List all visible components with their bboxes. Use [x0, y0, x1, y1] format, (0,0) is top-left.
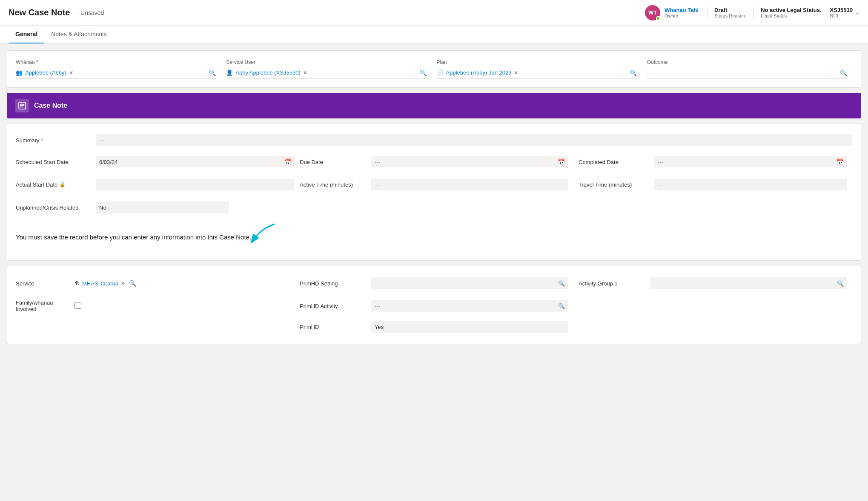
- service-user-search-icon[interactable]: 🔍: [419, 69, 427, 76]
- warning-row: You must save the record before you can …: [16, 222, 852, 252]
- service-user-field-value[interactable]: 👤 Abby Applebee (XSJ5530) ✕ 🔍: [226, 67, 426, 79]
- plan-lookup-icon: 📄: [437, 69, 444, 76]
- service-value[interactable]: 🛠 MHAS Tararua ✕ 🔍: [74, 280, 295, 287]
- plan-value-link[interactable]: Applebee (Abby) Jan 2023: [446, 69, 512, 76]
- summary-label: Summary *: [16, 137, 92, 144]
- actual-start-date-input[interactable]: [96, 179, 295, 190]
- online-dot: [656, 16, 660, 20]
- primhd-activity-field: PrimHD Activity --- 🔍: [295, 297, 573, 315]
- primhd-setting-value[interactable]: --- 🔍: [371, 277, 568, 289]
- unplanned-value[interactable]: No: [96, 202, 229, 213]
- family-checkbox[interactable]: [74, 302, 295, 310]
- outcome-search-icon[interactable]: 🔍: [840, 69, 847, 76]
- date-row: Scheduled Start Date 6/03/24 📅 Due Date …: [16, 154, 852, 170]
- service-remove-button[interactable]: ✕: [121, 281, 125, 286]
- plan-field-value[interactable]: 📄 Applebee (Abby) Jan 2023 ✕ 🔍: [437, 67, 637, 79]
- service-user-field-group: Service User 👤 Abby Applebee (XSJ5530) ✕…: [221, 59, 431, 79]
- outcome-label: Outcome: [647, 59, 847, 65]
- primhd-activity-search-icon[interactable]: 🔍: [558, 303, 565, 309]
- primhd-activity-label: PrimHD Activity: [300, 303, 368, 309]
- tab-general[interactable]: General: [9, 26, 44, 43]
- plan-label: Plan: [437, 59, 637, 65]
- travel-time-field: Travel Time (minutes) ---: [573, 176, 852, 193]
- active-time-field: Active Time (minutes) ---: [295, 176, 573, 193]
- tabs-bar: General Notes & Attachments: [0, 26, 868, 43]
- whanau-field-value[interactable]: 👥 Applebee (Abby) ✕ 🔍: [16, 67, 216, 79]
- due-date-input[interactable]: --- 📅: [371, 156, 568, 167]
- primhd-setting-label: PrimHD Setting: [300, 280, 368, 287]
- status-value: Draft: [714, 7, 745, 13]
- whanau-search-icon[interactable]: 🔍: [209, 69, 216, 76]
- plan-remove-button[interactable]: ✕: [514, 70, 518, 76]
- primhd-setting-field: PrimHD Setting --- 🔍: [295, 275, 573, 292]
- travel-time-value[interactable]: ---: [654, 179, 847, 190]
- primhd-value[interactable]: Yes: [371, 321, 568, 333]
- chevron-down-icon[interactable]: ⌄: [855, 10, 859, 16]
- primhd-setting-search-icon[interactable]: 🔍: [558, 280, 565, 287]
- avatar-initials: WT: [648, 9, 657, 16]
- active-time-label: Active Time (minutes): [300, 181, 368, 188]
- top-fields-card: Whānau * 👥 Applebee (Abby) ✕ 🔍 Service U…: [7, 50, 861, 88]
- fields-row: Whānau * 👥 Applebee (Abby) ✕ 🔍 Service U…: [16, 59, 852, 79]
- whanau-value-link[interactable]: Applebee (Abby): [25, 69, 66, 76]
- plan-field-group: Plan 📄 Applebee (Abby) Jan 2023 ✕ 🔍: [432, 59, 642, 79]
- status-label: Status Reason: [714, 13, 745, 18]
- top-bar-left: New Case Note - Unsaved: [9, 8, 104, 17]
- unsaved-label: - Unsaved: [77, 9, 104, 16]
- warning-text: You must save the record before you can …: [16, 233, 251, 241]
- completed-date-calendar-icon[interactable]: 📅: [836, 158, 844, 165]
- activity-group-search-icon[interactable]: 🔍: [837, 280, 844, 287]
- legal-status-block: No active Legal Status. Legal Status: [753, 7, 821, 18]
- owner-label: Owner: [665, 13, 699, 18]
- unplanned-field: Unplanned/Crisis Related No: [16, 199, 229, 216]
- completed-date-field: Completed Date --- 📅: [573, 154, 852, 170]
- legal-status-value: No active Legal Status.: [761, 7, 821, 13]
- owner-block: WT Whanau Tahi Owner: [645, 5, 699, 20]
- due-date-calendar-icon[interactable]: 📅: [558, 158, 565, 165]
- actual-start-date-label: Actual Start Date 🔒: [16, 181, 92, 188]
- service-lookup-icon: 🛠: [74, 280, 80, 286]
- owner-info: Whanau Tahi Owner: [665, 7, 699, 18]
- completed-date-input[interactable]: --- 📅: [654, 156, 847, 167]
- scheduled-start-date-field: Scheduled Start Date 6/03/24 📅: [16, 154, 295, 170]
- service-search-icon[interactable]: 🔍: [129, 280, 136, 287]
- lock-icon: 🔒: [59, 181, 66, 187]
- case-note-header-label: Case Note: [34, 102, 67, 109]
- nhi-value: XSJ5530: [830, 7, 853, 13]
- service-user-value-link[interactable]: Abby Applebee (XSJ5530): [235, 69, 301, 76]
- outcome-field-value[interactable]: --- 🔍: [647, 67, 847, 79]
- primhd-activity-value[interactable]: --- 🔍: [371, 300, 568, 312]
- family-label: Family/whānau Involved: [16, 299, 71, 312]
- activity-group-value[interactable]: --- 🔍: [650, 277, 847, 289]
- owner-name: Whanau Tahi: [665, 7, 699, 13]
- main-content: Whānau * 👥 Applebee (Abby) ✕ 🔍 Service U…: [0, 43, 868, 351]
- whanau-remove-button[interactable]: ✕: [69, 70, 73, 76]
- primhd-field: PrimHD Yes: [295, 318, 573, 335]
- outcome-value: ---: [647, 69, 653, 76]
- case-note-header-bar: Case Note: [7, 93, 861, 118]
- scheduled-start-date-input[interactable]: 6/03/24 📅: [96, 156, 295, 167]
- activity-group-label: Activity Group 1: [579, 280, 647, 287]
- summary-input[interactable]: ---: [96, 134, 852, 146]
- tab-notes-attachments[interactable]: Notes & Attachments: [44, 26, 114, 43]
- service-user-remove-button[interactable]: ✕: [303, 70, 307, 76]
- active-time-value[interactable]: ---: [371, 179, 568, 190]
- service-field: Service 🛠 MHAS Tararua ✕ 🔍: [16, 275, 295, 292]
- plan-search-icon[interactable]: 🔍: [630, 69, 637, 76]
- scheduled-start-date-calendar-icon[interactable]: 📅: [284, 158, 291, 165]
- empty-col3: [573, 318, 852, 335]
- scheduled-start-date-value: 6/03/24: [99, 159, 117, 165]
- primhd-label: PrimHD: [300, 324, 368, 330]
- whanau-lookup-icon: 👥: [16, 69, 23, 76]
- service-card: Service 🛠 MHAS Tararua ✕ 🔍 PrimHD Settin…: [7, 266, 861, 344]
- family-checkbox-input[interactable]: [74, 302, 81, 309]
- whanau-field-group: Whānau * 👥 Applebee (Abby) ✕ 🔍: [16, 59, 221, 79]
- form-section: Summary * --- Scheduled Start Date 6/03/…: [16, 132, 852, 252]
- service-value-link[interactable]: MHAS Tararua: [82, 280, 118, 287]
- case-note-icon: [15, 99, 29, 112]
- due-date-label: Due Date: [300, 159, 368, 165]
- due-date-field: Due Date --- 📅: [295, 154, 573, 170]
- outcome-field-group: Outcome --- 🔍: [642, 59, 852, 79]
- completed-date-value: ---: [658, 159, 663, 165]
- status-block: Draft Status Reason: [707, 7, 745, 18]
